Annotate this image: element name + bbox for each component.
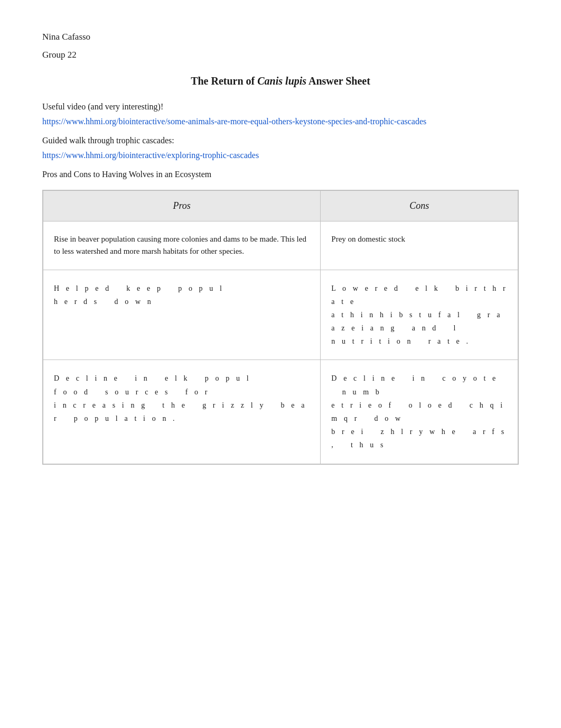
title-prefix: The Return of bbox=[191, 75, 257, 87]
link-trophic-cascades[interactable]: https://www.hhmi.org/biointeractive/expl… bbox=[42, 151, 519, 160]
group-label: Group 22 bbox=[42, 50, 519, 60]
row1-pros: Rise in beaver population causing more c… bbox=[43, 222, 321, 270]
page-title: The Return of Canis lupis Answer Sheet bbox=[42, 75, 519, 87]
row2-cons: L o w e r e d e l k b i r t h r a t ea t… bbox=[321, 270, 518, 360]
row1-cons: Prey on domestic stock bbox=[321, 222, 518, 270]
row3-cons: D e c l i n e i n c o y o t e n u m be t… bbox=[321, 360, 518, 464]
header-cons: Cons bbox=[321, 191, 518, 222]
author-name: Nina Cafasso bbox=[42, 32, 519, 42]
table-row: D e c l i n e i n e l k p o p u lf o o d… bbox=[43, 360, 518, 464]
guided-walk-label: Guided walk through trophic cascades: bbox=[42, 136, 519, 145]
title-italic: Canis lupis bbox=[257, 75, 306, 87]
row3-pros: D e c l i n e i n e l k p o p u lf o o d… bbox=[43, 360, 321, 464]
row2-pros: H e l p e d k e e p p o p u lh e r d s d… bbox=[43, 270, 321, 360]
useful-video-label: Useful video (and very interesting)! bbox=[42, 102, 519, 112]
header-pros: Pros bbox=[43, 191, 321, 222]
title-suffix: Answer Sheet bbox=[306, 75, 370, 87]
pros-cons-heading: Pros and Cons to Having Wolves in an Eco… bbox=[42, 170, 519, 179]
table-row: H e l p e d k e e p p o p u lh e r d s d… bbox=[43, 270, 518, 360]
link-keystone-species[interactable]: https://www.hhmi.org/biointeractive/some… bbox=[42, 117, 519, 126]
pros-cons-table: Pros Cons Rise in beaver population caus… bbox=[42, 190, 519, 465]
table-row: Rise in beaver population causing more c… bbox=[43, 222, 518, 270]
